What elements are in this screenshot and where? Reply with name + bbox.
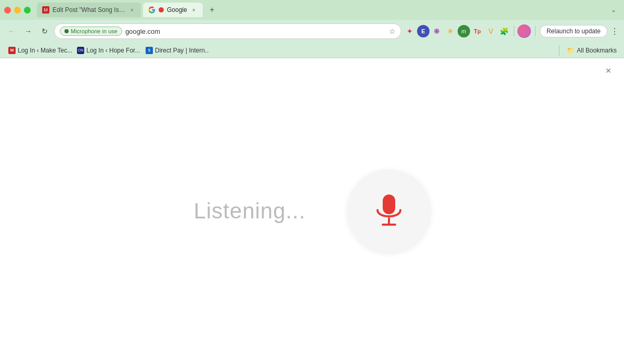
extensions-area: ✦ E ❋ ✳ m Tp V 🧩 <box>404 24 531 38</box>
all-bookmarks-button[interactable]: 📁 All Bookmarks <box>564 46 620 55</box>
all-bookmarks-label: All Bookmarks <box>577 47 617 54</box>
voice-search-area: Listening... <box>62 170 562 253</box>
browser-chrome: M Edit Post "What Song Is This × Google … <box>0 0 624 58</box>
tab-label-1: Edit Post "What Song Is This <box>53 6 125 14</box>
bookmark-icon-2: ON <box>77 47 84 54</box>
bookmarks-bar: M Log In ‹ Make Tec... ON Log In ‹ Hope … <box>0 43 624 58</box>
bookmark-maketecheasier[interactable]: M Log In ‹ Make Tec... <box>4 46 72 55</box>
traffic-light-maximize[interactable] <box>24 7 31 14</box>
relaunch-label: Relaunch to update <box>547 28 601 35</box>
bookmark-icon-3: $ <box>146 47 153 54</box>
user-avatar[interactable] <box>517 24 531 38</box>
traffic-light-close[interactable] <box>4 7 11 14</box>
bookmark-label-3: Direct Pay | Intern... <box>155 47 209 54</box>
microphone-button[interactable] <box>347 170 431 253</box>
tab-2[interactable]: Google × <box>143 3 203 17</box>
bookmark-hopefor[interactable]: ON Log In ‹ Hope For... <box>73 46 140 55</box>
divider-extensions <box>514 26 514 36</box>
forward-button[interactable]: → <box>21 24 35 38</box>
main-content: × Listening... <box>0 58 624 364</box>
close-voice-search-button[interactable]: × <box>601 63 616 78</box>
ext-icon-m[interactable]: m <box>458 25 470 37</box>
tab-label-2: Google <box>167 6 187 14</box>
bookmark-label-2: Log In ‹ Hope For... <box>86 47 140 54</box>
new-tab-button[interactable]: + <box>206 4 218 16</box>
mic-indicator-dot <box>64 29 69 33</box>
ext-icon-snowflake[interactable]: ✳ <box>444 25 457 37</box>
ext-icon-tp[interactable]: Tp <box>471 25 484 37</box>
chrome-menu-button[interactable]: ⋮ <box>609 27 620 36</box>
back-button[interactable]: ← <box>4 24 19 38</box>
bookmarks-right: 📁 All Bookmarks <box>557 45 620 56</box>
tab-bar: M Edit Post "What Song Is This × Google … <box>0 0 624 20</box>
url-display: google.com <box>125 28 386 35</box>
address-bar[interactable]: Microphone in use google.com ☆ <box>54 23 401 39</box>
refresh-button[interactable]: ↻ <box>37 24 52 38</box>
mic-in-use-indicator: Microphone in use <box>60 27 122 36</box>
traffic-light-minimize[interactable] <box>14 7 21 14</box>
tab-favicon-1: M <box>42 6 49 14</box>
microphone-icon <box>368 190 410 232</box>
divider-bookmarks <box>559 45 560 56</box>
bookmark-icon-1: M <box>8 47 16 54</box>
ext-icon-flower[interactable]: ❋ <box>431 25 443 37</box>
tab-1[interactable]: M Edit Post "What Song Is This × <box>37 3 141 17</box>
ext-icon-star[interactable]: ✦ <box>404 25 416 37</box>
tab-close-1[interactable]: × <box>128 6 136 14</box>
bookmark-directpay[interactable]: $ Direct Pay | Intern... <box>141 46 209 55</box>
bookmark-star-button[interactable]: ☆ <box>389 27 396 35</box>
tab-bar-right: ⌄ <box>607 4 620 16</box>
divider-relaunch <box>535 26 536 36</box>
ext-icon-e[interactable]: E <box>417 25 430 37</box>
ext-icon-v[interactable]: V <box>485 25 497 37</box>
listening-text: Listening... <box>193 199 305 224</box>
relaunch-to-update-button[interactable]: Relaunch to update <box>540 25 607 37</box>
recording-indicator <box>159 7 164 12</box>
tab-favicon-2 <box>148 6 155 14</box>
tab-close-2[interactable]: × <box>190 6 198 14</box>
folder-icon: 📁 <box>567 47 575 54</box>
address-bar-area: ← → ↻ Microphone in use google.com ☆ ✦ E… <box>0 20 624 43</box>
tab-list-button[interactable]: ⌄ <box>607 4 620 16</box>
traffic-lights <box>4 7 31 14</box>
ext-icon-puzzle[interactable]: 🧩 <box>498 25 511 37</box>
mic-indicator-label: Microphone in use <box>71 28 118 34</box>
bookmark-label-1: Log In ‹ Make Tec... <box>18 47 72 54</box>
svg-rect-0 <box>383 194 395 214</box>
